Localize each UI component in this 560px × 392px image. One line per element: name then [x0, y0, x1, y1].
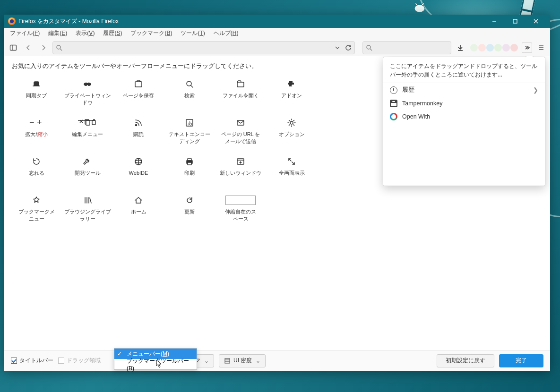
search-icon [366, 44, 372, 51]
caret-down-icon: ⌄ [204, 358, 209, 364]
back-button[interactable] [22, 42, 34, 54]
tile-save-page[interactable]: ページを保存 [113, 75, 164, 111]
tile-forget[interactable]: 忘れる [11, 153, 62, 188]
popup-bmtoolbar-item[interactable]: ブックマークツールバー(B) [114, 359, 197, 369]
devtools-icon [83, 155, 92, 168]
forget-icon [32, 155, 41, 168]
tile-label: オプション [279, 131, 305, 138]
print-icon [185, 155, 194, 168]
tile-devtools[interactable]: 開発ツール [62, 153, 113, 188]
svg-rect-23 [92, 120, 95, 125]
tile-fullscreen[interactable]: 全画面表示 [266, 153, 317, 188]
new-window-icon [236, 155, 245, 168]
svg-rect-48 [225, 358, 230, 363]
drag-region-checkbox[interactable]: ドラッグ領域 [58, 357, 101, 365]
zoom-icon: −+ [29, 117, 43, 129]
done-button[interactable]: 完了 [499, 354, 543, 367]
tile-text-encoding[interactable]: あテキストエンコー ディング [164, 114, 215, 150]
bottom-bar: タイトルバー ドラッグ領域 ツールバー ⌄ テーマ ⌄ UI 密度 ⌄ 初期設定… [4, 350, 550, 371]
tile-label: 伸縮自在のス ペース [225, 208, 256, 222]
density-dropdown[interactable]: UI 密度 ⌄ [219, 354, 266, 367]
tile-label: 同期タブ [26, 92, 47, 99]
menu-view[interactable]: 表示(V) [72, 28, 98, 38]
tile-label: ブックマークメ ニュー [18, 208, 55, 222]
menu-edit[interactable]: 編集(E) [44, 28, 71, 38]
open-file-icon [236, 78, 245, 90]
tile-email-link[interactable]: ページの URL を メールで送信 [215, 114, 266, 150]
tile-print[interactable]: 印刷 [164, 153, 215, 188]
downloads-button[interactable] [454, 42, 466, 54]
menu-help[interactable]: ヘルプ(H) [210, 28, 242, 38]
window-titlebar[interactable]: Firefox をカスタマイズ - Mozilla Firefox [4, 15, 550, 28]
tile-options[interactable]: オプション [266, 114, 317, 150]
main-toolbar [4, 39, 550, 56]
titlebar-checkbox[interactable]: タイトルバー [11, 357, 53, 365]
sidebar-toggle-button[interactable] [7, 42, 19, 54]
svg-rect-18 [237, 82, 244, 87]
overflow-item-label: Tampermonkey [402, 100, 442, 107]
tile-open-file[interactable]: ファイルを開く [215, 75, 266, 111]
url-bar[interactable] [52, 41, 355, 54]
tampermonkey-icon [390, 100, 397, 107]
browsing-library-icon [83, 194, 92, 206]
extension-icon[interactable] [470, 44, 478, 51]
menu-file[interactable]: ファイル(F) [6, 28, 43, 38]
menu-bookmarks[interactable]: ブックマーク(B) [127, 28, 176, 38]
overflow-panel: ここにアイテムをドラッグアンドドロップすると、ツールバー外の手の届くところに置い… [383, 57, 545, 186]
search-box[interactable] [362, 41, 451, 54]
svg-text:+: + [37, 118, 42, 127]
menu-tools[interactable]: ツール(T) [177, 28, 208, 38]
button-label: 完了 [516, 357, 527, 365]
tile-label: 更新 [184, 208, 195, 215]
tile-bookmarks-menu[interactable]: ブックマークメ ニュー [11, 191, 62, 227]
tile-label: WebIDE [129, 170, 148, 177]
overflow-item-tampermonkey[interactable]: Tampermonkey [383, 97, 545, 110]
button-label: 初期設定に戻す [446, 357, 485, 365]
forward-button[interactable] [37, 42, 50, 54]
extension-icon[interactable] [486, 44, 494, 51]
tile-addons[interactable]: アドオン [266, 75, 317, 111]
svg-rect-34 [188, 159, 191, 161]
tile-private-window[interactable]: プライベートウィン ドウ [62, 75, 113, 111]
firefox-window: Firefox をカスタマイズ - Mozilla Firefox ファイル(F… [4, 15, 550, 371]
history-icon [390, 86, 397, 94]
svg-rect-5 [10, 45, 17, 50]
tile-reload[interactable]: 更新 [164, 191, 215, 227]
svg-rect-35 [188, 162, 191, 165]
reload-icon[interactable] [345, 44, 352, 51]
hamburger-menu[interactable] [535, 42, 547, 54]
checkbox-icon [11, 358, 17, 364]
extension-icon[interactable] [510, 44, 518, 51]
tile-new-window[interactable]: 新しいウィンドウ [215, 153, 266, 188]
tile-browsing-library[interactable]: ブラウジングライブ ラリー [62, 191, 113, 227]
tile-synced-tabs[interactable]: 同期タブ [11, 75, 62, 111]
checkbox-icon [58, 358, 64, 364]
tile-label: 新しいウィンドウ [220, 170, 261, 177]
overflow-item-history[interactable]: 履歴 ❯ [383, 83, 545, 97]
tile-edit-menu[interactable]: 編集メニュー [62, 114, 113, 150]
extension-icon[interactable] [478, 44, 486, 51]
minimize-button[interactable] [484, 15, 505, 28]
tile-home[interactable]: ホーム [113, 191, 164, 227]
options-icon [287, 117, 296, 129]
tile-feeds[interactable]: 購読 [113, 114, 164, 150]
maximize-button[interactable] [505, 15, 526, 28]
tile-search[interactable]: 検索 [164, 75, 215, 111]
svg-text:あ: あ [188, 120, 192, 126]
extension-icon[interactable] [502, 44, 510, 51]
close-button[interactable] [526, 15, 546, 28]
overflow-item-label: 履歴 [402, 86, 414, 94]
tile-webide[interactable]: WebIDE [113, 153, 164, 188]
tile-zoom[interactable]: −+拡大/縮小 [11, 114, 62, 150]
reset-defaults-button[interactable]: 初期設定に戻す [437, 354, 494, 367]
overflow-button[interactable] [522, 43, 532, 53]
button-label: UI 密度 [233, 357, 252, 365]
checkbox-label: ドラッグ領域 [67, 357, 101, 365]
overflow-item-openwith[interactable]: Open With [383, 110, 545, 123]
tile-flexible-space[interactable]: 伸縮自在のス ペース [215, 191, 266, 227]
totoro-icon [411, 0, 428, 12]
chevron-down-icon[interactable] [335, 45, 340, 51]
menu-history[interactable]: 履歴(S) [99, 28, 126, 38]
extension-icon[interactable] [494, 44, 502, 51]
webide-icon [134, 155, 143, 168]
